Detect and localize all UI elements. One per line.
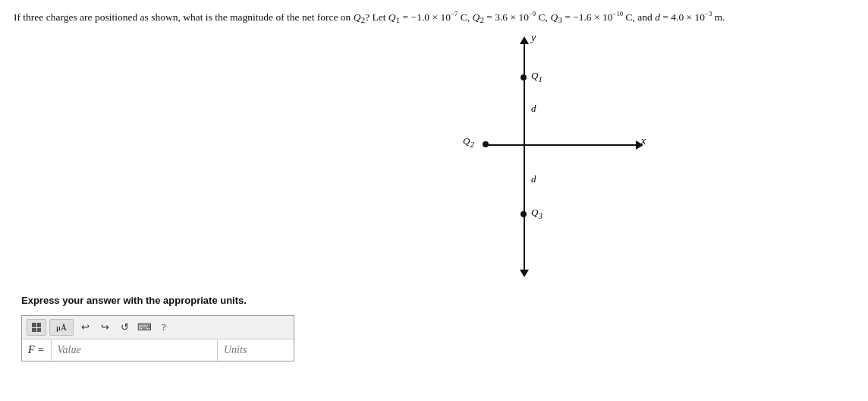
y-axis-arrow-bottom: [520, 270, 529, 277]
help-button[interactable]: ?: [156, 319, 172, 336]
y-axis: [524, 38, 525, 273]
matrix-button[interactable]: [27, 319, 46, 336]
q1-label: Q1: [531, 70, 542, 84]
undo-icon: ↩: [81, 321, 90, 333]
undo-button[interactable]: ↩: [77, 319, 93, 336]
answer-toolbar: μÅ ↩ ↪ ↺ ⌨ ?: [22, 316, 294, 339]
help-icon: ?: [162, 321, 166, 333]
d-label-bottom: d: [531, 173, 536, 185]
f-equals-label: F =: [22, 339, 52, 361]
express-units-label: Express your answer with the appropriate…: [21, 295, 247, 306]
keyboard-icon: ⌨: [137, 321, 152, 333]
reset-button[interactable]: ↺: [116, 319, 133, 336]
q3-dot: [520, 211, 527, 217]
q2-label: Q2: [463, 135, 474, 149]
redo-icon: ↪: [101, 321, 109, 333]
reset-icon: ↺: [121, 321, 129, 333]
units-symbol-button[interactable]: μÅ: [49, 319, 74, 336]
answer-input-row: F =: [22, 339, 294, 361]
x-axis: [486, 144, 637, 146]
y-axis-label: y: [531, 32, 536, 44]
diagram: y x Q1 Q2 Q3 d d: [440, 38, 653, 281]
redo-button[interactable]: ↪: [96, 319, 113, 336]
y-axis-arrow-top: [520, 36, 529, 44]
grid-icon: [32, 323, 41, 332]
question-text: If three charges are positioned as shown…: [14, 9, 725, 27]
d-label-top: d: [531, 103, 536, 115]
units-input[interactable]: [218, 339, 294, 361]
q2-dot: [483, 141, 489, 147]
answer-box: μÅ ↩ ↪ ↺ ⌨ ? F =: [21, 315, 294, 362]
value-input[interactable]: [52, 339, 219, 361]
q1-dot: [520, 74, 527, 81]
x-axis-label: x: [641, 135, 646, 147]
units-symbol-label: μÅ: [56, 323, 67, 332]
q3-label: Q3: [531, 207, 542, 220]
keyboard-button[interactable]: ⌨: [136, 319, 153, 336]
